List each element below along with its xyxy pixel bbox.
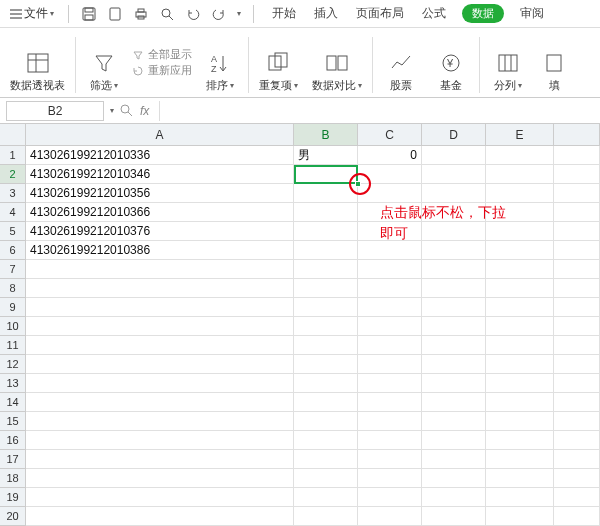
row-header[interactable]: 9	[0, 298, 26, 317]
cell[interactable]	[422, 146, 486, 165]
cell[interactable]	[26, 412, 294, 431]
cell[interactable]	[358, 336, 422, 355]
cell[interactable]	[422, 165, 486, 184]
cell[interactable]	[422, 507, 486, 526]
cell[interactable]	[422, 469, 486, 488]
cell[interactable]	[486, 393, 554, 412]
cell[interactable]	[294, 298, 358, 317]
cell[interactable]	[422, 184, 486, 203]
cell[interactable]	[358, 412, 422, 431]
cell[interactable]	[486, 412, 554, 431]
cell[interactable]	[486, 374, 554, 393]
cell[interactable]	[486, 279, 554, 298]
name-box[interactable]: B2	[6, 101, 104, 121]
col-header-C[interactable]: C	[358, 124, 422, 146]
cell[interactable]	[422, 374, 486, 393]
row-header[interactable]: 14	[0, 393, 26, 412]
row-header[interactable]: 6	[0, 241, 26, 260]
cell[interactable]	[422, 279, 486, 298]
cell[interactable]	[294, 488, 358, 507]
cell[interactable]	[422, 298, 486, 317]
filter-button[interactable]: 筛选▾	[82, 50, 126, 93]
search-fx-icon[interactable]	[120, 104, 134, 118]
cell[interactable]	[486, 336, 554, 355]
cell[interactable]	[26, 260, 294, 279]
cell[interactable]	[26, 469, 294, 488]
cell[interactable]	[554, 298, 600, 317]
cell[interactable]	[358, 507, 422, 526]
cell[interactable]	[358, 260, 422, 279]
cell[interactable]	[486, 317, 554, 336]
cell[interactable]	[422, 488, 486, 507]
cell[interactable]	[358, 355, 422, 374]
cell[interactable]	[358, 317, 422, 336]
cell[interactable]	[26, 298, 294, 317]
cell[interactable]	[294, 317, 358, 336]
cell[interactable]	[486, 469, 554, 488]
cell[interactable]	[486, 298, 554, 317]
cell[interactable]	[294, 412, 358, 431]
cell[interactable]: 413026199212010346	[26, 165, 294, 184]
row-header[interactable]: 16	[0, 431, 26, 450]
cell[interactable]: 413026199212010376	[26, 222, 294, 241]
cell[interactable]	[422, 393, 486, 412]
cell[interactable]	[294, 260, 358, 279]
row-header[interactable]: 17	[0, 450, 26, 469]
row-header[interactable]: 18	[0, 469, 26, 488]
undo-icon[interactable]	[185, 6, 201, 22]
cell[interactable]	[294, 355, 358, 374]
cell[interactable]	[486, 146, 554, 165]
cell[interactable]	[554, 146, 600, 165]
cell[interactable]	[294, 241, 358, 260]
cell[interactable]	[294, 336, 358, 355]
duplicates-button[interactable]: 重复项▾	[255, 50, 302, 93]
cell[interactable]	[26, 507, 294, 526]
row-header[interactable]: 11	[0, 336, 26, 355]
col-header-F[interactable]	[554, 124, 600, 146]
cell[interactable]	[486, 260, 554, 279]
print-icon[interactable]	[133, 6, 149, 22]
row-header[interactable]: 10	[0, 317, 26, 336]
cell[interactable]	[554, 469, 600, 488]
reapply-button[interactable]: 重新应用	[132, 63, 192, 78]
cell[interactable]	[554, 241, 600, 260]
cell[interactable]: 413026199212010356	[26, 184, 294, 203]
cell[interactable]	[358, 431, 422, 450]
cell[interactable]	[294, 431, 358, 450]
cell[interactable]	[422, 336, 486, 355]
fx-icon[interactable]: fx	[140, 104, 149, 118]
cell[interactable]	[486, 507, 554, 526]
cell[interactable]	[554, 260, 600, 279]
cell[interactable]: 413026199212010366	[26, 203, 294, 222]
compare-button[interactable]: 数据对比▾	[308, 50, 366, 93]
cell[interactable]	[486, 431, 554, 450]
tab-layout[interactable]: 页面布局	[354, 3, 406, 24]
row-header[interactable]: 5	[0, 222, 26, 241]
cell[interactable]	[554, 450, 600, 469]
col-header-B[interactable]: B	[294, 124, 358, 146]
stocks-button[interactable]: 股票	[379, 50, 423, 93]
cell[interactable]	[486, 450, 554, 469]
cell[interactable]	[294, 203, 358, 222]
cell[interactable]	[294, 469, 358, 488]
cell[interactable]	[294, 222, 358, 241]
row-header[interactable]: 12	[0, 355, 26, 374]
cell[interactable]	[486, 184, 554, 203]
cell[interactable]	[422, 431, 486, 450]
cell[interactable]	[26, 450, 294, 469]
col-header-D[interactable]: D	[422, 124, 486, 146]
cell[interactable]	[554, 222, 600, 241]
cell[interactable]	[26, 317, 294, 336]
cell[interactable]	[26, 279, 294, 298]
formula-input[interactable]	[159, 101, 594, 121]
cell[interactable]	[358, 279, 422, 298]
cell[interactable]	[422, 317, 486, 336]
cell[interactable]	[554, 374, 600, 393]
row-header[interactable]: 3	[0, 184, 26, 203]
cell[interactable]	[554, 393, 600, 412]
cell[interactable]	[294, 450, 358, 469]
cell[interactable]	[554, 203, 600, 222]
row-header[interactable]: 4	[0, 203, 26, 222]
cell[interactable]	[358, 469, 422, 488]
cell[interactable]	[554, 412, 600, 431]
